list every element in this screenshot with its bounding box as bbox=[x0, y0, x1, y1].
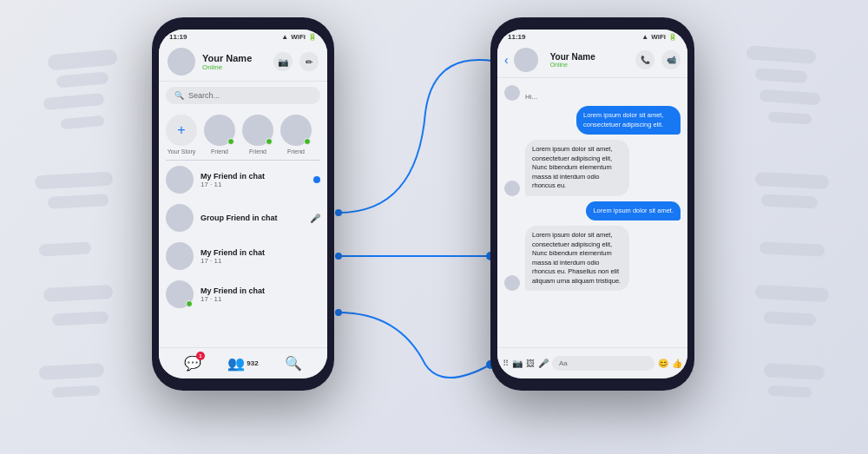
left-header: Your Name Online 📷 ✏ bbox=[159, 43, 327, 82]
chat-name-2: Group Friend in chat bbox=[201, 214, 303, 222]
message-avatar-5 bbox=[504, 275, 520, 291]
edit-icon: ✏ bbox=[306, 57, 312, 67]
online-indicator-2 bbox=[266, 138, 273, 145]
story-label-2: Friend bbox=[249, 148, 266, 155]
left-phone: 11:19 ▲ WiFi 🔋 Your Name Online 📷 ✏ bbox=[152, 17, 334, 391]
chat-list: My Friend in chat 17 · 11 Group Friend i… bbox=[159, 161, 327, 313]
message-row-1: Hi... bbox=[504, 85, 681, 101]
people-nav-icon: 👥 bbox=[227, 355, 245, 372]
chat-header-name: Your Name bbox=[550, 52, 630, 62]
people-nav-button[interactable]: 👥 932 bbox=[233, 353, 253, 374]
camera-input-icon[interactable]: 📷 bbox=[512, 359, 523, 368]
chat-item-1[interactable]: My Friend in chat 17 · 11 bbox=[159, 161, 327, 199]
chat-info-2: Group Friend in chat bbox=[201, 214, 303, 222]
chat-name-3: My Friend in chat bbox=[201, 248, 320, 257]
message-row-4: Lorem ipsum dolor sit amet. bbox=[504, 201, 681, 221]
message-hi: Hi... bbox=[525, 93, 537, 101]
chat-nav-badge: 1 bbox=[196, 352, 205, 360]
chat-item-4[interactable]: My Friend in chat 17 · 11 bbox=[159, 275, 327, 313]
chat-name-1: My Friend in chat bbox=[201, 172, 306, 181]
stories-row: + Your Story Friend Friend Friend bbox=[159, 109, 327, 160]
left-time: 11:19 bbox=[169, 33, 187, 41]
camera-icon: 📷 bbox=[278, 57, 288, 67]
search-bar[interactable]: 🔍 Search... bbox=[166, 87, 320, 104]
message-row-2: Lorem ipsum dolor sit amet, consectetuer… bbox=[504, 106, 681, 135]
right-status-icons: ▲ WiFi 🔋 bbox=[641, 33, 677, 41]
chat-header-actions[interactable]: 📞 📹 bbox=[635, 50, 681, 69]
left-status-bar: 11:19 ▲ WiFi 🔋 bbox=[159, 30, 327, 43]
chat-avatar-4 bbox=[166, 280, 194, 308]
emoji-icon[interactable]: 😊 bbox=[658, 359, 668, 368]
message-sent-1: Lorem ipsum dolor sit amet, consectetuer… bbox=[576, 106, 681, 135]
left-screen: 11:19 ▲ WiFi 🔋 Your Name Online 📷 ✏ bbox=[159, 30, 327, 378]
right-status-bar: 11:19 ▲ WiFi 🔋 bbox=[497, 30, 687, 43]
right-signal-icon: ▲ bbox=[641, 33, 648, 41]
grid-icon[interactable]: ⠿ bbox=[503, 359, 509, 368]
header-info: Your Name Online bbox=[202, 53, 273, 71]
story-friend-2[interactable]: Friend bbox=[242, 115, 273, 155]
add-story-button[interactable]: + bbox=[166, 115, 197, 146]
video-button[interactable]: 📹 bbox=[661, 50, 681, 69]
story-avatar-2 bbox=[242, 115, 273, 146]
header-name: Your Name bbox=[202, 53, 273, 63]
chat-preview-1: 17 · 11 bbox=[201, 181, 306, 188]
chat-header-status: Online bbox=[550, 62, 630, 68]
mic-icon[interactable]: 🎤 bbox=[538, 359, 549, 368]
svg-point-0 bbox=[335, 209, 342, 216]
message-received-1: Lorem ipsum dolor sit amet, consectetuer… bbox=[525, 140, 629, 196]
call-button[interactable]: 📞 bbox=[635, 50, 654, 69]
story-friend-3[interactable]: Friend bbox=[280, 115, 312, 155]
right-battery-icon: 🔋 bbox=[668, 33, 677, 41]
svg-point-2 bbox=[335, 309, 342, 316]
chat-header: ‹ Your Name Online 📞 📹 bbox=[497, 43, 687, 78]
chat-header-info: Your Name Online bbox=[550, 52, 630, 68]
right-phone: 11:19 ▲ WiFi 🔋 ‹ Your Name Online 📞 📹 bbox=[490, 17, 694, 391]
story-your-label: Your Story bbox=[168, 148, 195, 155]
chat-info-3: My Friend in chat 17 · 11 bbox=[201, 248, 320, 265]
chat-input-bar: ⠿ 📷 🖼 🎤 Aa 😊 👍 bbox=[497, 347, 687, 378]
chat-meta-2: 🎤 bbox=[310, 214, 320, 223]
message-row-3: Lorem ipsum dolor sit amet, consectetuer… bbox=[504, 140, 681, 196]
chat-messages: Hi... Lorem ipsum dolor sit amet, consec… bbox=[497, 78, 687, 339]
message-avatar-1 bbox=[504, 85, 520, 101]
story-your[interactable]: + Your Story bbox=[166, 115, 197, 155]
story-avatar-1 bbox=[204, 115, 235, 146]
header-status: Online bbox=[202, 63, 273, 71]
online-indicator-3 bbox=[304, 138, 311, 145]
right-screen: 11:19 ▲ WiFi 🔋 ‹ Your Name Online 📞 📹 bbox=[497, 30, 687, 378]
wifi-icon: WiFi bbox=[291, 33, 306, 41]
edit-button[interactable]: ✏ bbox=[299, 52, 319, 71]
chat-item-2[interactable]: Group Friend in chat 🎤 bbox=[159, 199, 327, 237]
chat-info-1: My Friend in chat 17 · 11 bbox=[201, 172, 306, 188]
chat-nav-button[interactable]: 💬 1 bbox=[182, 353, 203, 374]
story-friend-1[interactable]: Friend bbox=[204, 115, 235, 155]
unread-badge-1 bbox=[313, 176, 320, 183]
message-sent-2: Lorem ipsum dolor sit amet. bbox=[586, 201, 681, 221]
discover-nav-button[interactable]: 🔍 bbox=[283, 353, 304, 374]
camera-button[interactable]: 📷 bbox=[273, 52, 293, 71]
signal-icon: ▲ bbox=[281, 33, 288, 41]
message-input[interactable]: Aa bbox=[552, 356, 654, 371]
story-avatar-3 bbox=[280, 115, 312, 146]
header-icons[interactable]: 📷 ✏ bbox=[273, 52, 319, 71]
discover-nav-icon: 🔍 bbox=[285, 355, 302, 372]
message-received-2: Lorem ipsum dolor sit amet, consectetuer… bbox=[525, 226, 629, 291]
image-icon[interactable]: 🖼 bbox=[526, 359, 535, 368]
message-row-5: Lorem ipsum dolor sit amet, consectetuer… bbox=[504, 226, 681, 291]
voice-icon: 🎤 bbox=[310, 214, 320, 223]
left-status-icons: ▲ WiFi 🔋 bbox=[281, 33, 317, 41]
chat-name-4: My Friend in chat bbox=[201, 286, 320, 295]
message-avatar-3 bbox=[504, 181, 520, 196]
chat-avatar-3 bbox=[166, 242, 194, 270]
people-count: 932 bbox=[247, 359, 258, 367]
chat-online-4 bbox=[186, 300, 193, 307]
chat-avatar-2 bbox=[166, 204, 194, 232]
chat-info-4: My Friend in chat 17 · 11 bbox=[201, 286, 320, 303]
chat-avatar-1 bbox=[166, 166, 194, 194]
svg-point-1 bbox=[335, 253, 342, 260]
chat-item-3[interactable]: My Friend in chat 17 · 11 bbox=[159, 237, 327, 275]
left-bottom-nav: 💬 1 👥 932 🔍 bbox=[159, 347, 327, 378]
input-placeholder: Aa bbox=[559, 359, 568, 367]
back-button[interactable]: ‹ bbox=[504, 53, 509, 67]
thumbsup-icon[interactable]: 👍 bbox=[672, 359, 682, 368]
